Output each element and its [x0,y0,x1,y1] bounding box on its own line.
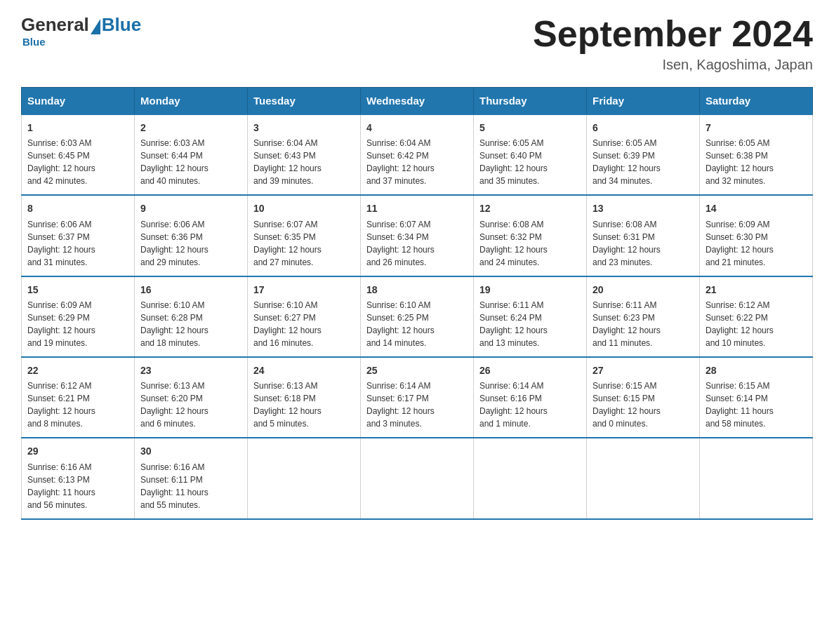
calendar-cell: 26 Sunrise: 6:14 AMSunset: 6:16 PMDaylig… [474,357,587,438]
day-info: Sunrise: 6:08 AMSunset: 6:31 PMDaylight:… [593,218,694,269]
day-info: Sunrise: 6:03 AMSunset: 6:44 PMDaylight:… [140,137,241,187]
day-number: 8 [27,201,128,215]
day-number: 27 [593,363,694,377]
col-header-saturday: Saturday [700,88,813,115]
day-info: Sunrise: 6:06 AMSunset: 6:36 PMDaylight:… [140,218,241,269]
calendar-cell: 1 Sunrise: 6:03 AMSunset: 6:45 PMDayligh… [22,114,135,195]
day-info: Sunrise: 6:15 AMSunset: 6:14 PMDaylight:… [706,380,807,430]
day-number: 20 [593,283,694,297]
calendar-cell: 7 Sunrise: 6:05 AMSunset: 6:38 PMDayligh… [700,114,813,195]
day-number: 29 [27,444,128,458]
day-info: Sunrise: 6:07 AMSunset: 6:35 PMDaylight:… [253,218,355,269]
calendar-cell: 3 Sunrise: 6:04 AMSunset: 6:43 PMDayligh… [248,114,361,195]
day-number: 6 [593,121,694,135]
calendar-cell: 22 Sunrise: 6:12 AMSunset: 6:21 PMDaylig… [22,357,135,438]
day-number: 13 [593,201,694,215]
day-info: Sunrise: 6:16 AMSunset: 6:11 PMDaylight:… [140,461,241,511]
week-row-1: 1 Sunrise: 6:03 AMSunset: 6:45 PMDayligh… [22,114,813,195]
calendar-cell: 8 Sunrise: 6:06 AMSunset: 6:37 PMDayligh… [22,195,135,276]
calendar-cell: 27 Sunrise: 6:15 AMSunset: 6:15 PMDaylig… [587,357,700,438]
day-number: 26 [479,363,581,377]
day-number: 25 [366,363,468,377]
calendar-cell: 24 Sunrise: 6:13 AMSunset: 6:18 PMDaylig… [248,357,361,438]
col-header-sunday: Sunday [22,88,135,115]
week-row-2: 8 Sunrise: 6:06 AMSunset: 6:37 PMDayligh… [22,195,813,276]
col-header-thursday: Thursday [474,88,587,115]
calendar-cell: 11 Sunrise: 6:07 AMSunset: 6:34 PMDaylig… [361,195,474,276]
logo-general-text: General [21,14,89,36]
day-info: Sunrise: 6:10 AMSunset: 6:27 PMDaylight:… [253,299,355,349]
week-row-4: 22 Sunrise: 6:12 AMSunset: 6:21 PMDaylig… [22,357,813,438]
day-info: Sunrise: 6:08 AMSunset: 6:32 PMDaylight:… [479,218,581,269]
day-number: 3 [253,121,355,135]
calendar-cell: 28 Sunrise: 6:15 AMSunset: 6:14 PMDaylig… [700,357,813,438]
calendar-cell: 19 Sunrise: 6:11 AMSunset: 6:24 PMDaylig… [474,276,587,357]
day-info: Sunrise: 6:11 AMSunset: 6:24 PMDaylight:… [479,299,581,349]
day-info: Sunrise: 6:05 AMSunset: 6:39 PMDaylight:… [593,137,694,187]
month-title: September 2024 [533,14,813,54]
calendar-cell: 20 Sunrise: 6:11 AMSunset: 6:23 PMDaylig… [587,276,700,357]
week-row-3: 15 Sunrise: 6:09 AMSunset: 6:29 PMDaylig… [22,276,813,357]
day-number: 10 [253,201,355,215]
calendar-cell: 13 Sunrise: 6:08 AMSunset: 6:31 PMDaylig… [587,195,700,276]
day-number: 22 [27,363,128,377]
title-area: September 2024 Isen, Kagoshima, Japan [533,14,813,73]
day-number: 7 [706,121,807,135]
day-info: Sunrise: 6:12 AMSunset: 6:21 PMDaylight:… [27,380,128,430]
page-header: General Blue Blue September 2024 Isen, K… [21,14,813,73]
day-info: Sunrise: 6:04 AMSunset: 6:43 PMDaylight:… [253,137,355,187]
day-info: Sunrise: 6:09 AMSunset: 6:30 PMDaylight:… [706,218,807,269]
day-info: Sunrise: 6:10 AMSunset: 6:25 PMDaylight:… [366,299,468,349]
calendar-cell: 14 Sunrise: 6:09 AMSunset: 6:30 PMDaylig… [700,195,813,276]
col-header-monday: Monday [135,88,248,115]
calendar-cell: 9 Sunrise: 6:06 AMSunset: 6:36 PMDayligh… [135,195,248,276]
day-number: 14 [706,201,807,215]
day-number: 24 [253,363,355,377]
day-info: Sunrise: 6:14 AMSunset: 6:17 PMDaylight:… [366,380,468,430]
logo-subtitle: Blue [22,36,141,48]
calendar-cell: 30 Sunrise: 6:16 AMSunset: 6:11 PMDaylig… [135,438,248,518]
location: Isen, Kagoshima, Japan [533,57,813,73]
day-info: Sunrise: 6:14 AMSunset: 6:16 PMDaylight:… [479,380,581,430]
day-info: Sunrise: 6:11 AMSunset: 6:23 PMDaylight:… [593,299,694,349]
day-number: 11 [366,201,468,215]
day-number: 28 [706,363,807,377]
day-number: 5 [479,121,581,135]
calendar-cell: 4 Sunrise: 6:04 AMSunset: 6:42 PMDayligh… [361,114,474,195]
calendar-cell [587,438,700,518]
calendar-cell: 25 Sunrise: 6:14 AMSunset: 6:17 PMDaylig… [361,357,474,438]
day-number: 12 [479,201,581,215]
day-number: 18 [366,283,468,297]
day-info: Sunrise: 6:05 AMSunset: 6:40 PMDaylight:… [479,137,581,187]
calendar-cell: 29 Sunrise: 6:16 AMSunset: 6:13 PMDaylig… [22,438,135,518]
calendar-cell: 5 Sunrise: 6:05 AMSunset: 6:40 PMDayligh… [474,114,587,195]
calendar-cell: 16 Sunrise: 6:10 AMSunset: 6:28 PMDaylig… [135,276,248,357]
col-header-wednesday: Wednesday [361,88,474,115]
calendar-cell: 17 Sunrise: 6:10 AMSunset: 6:27 PMDaylig… [248,276,361,357]
day-number: 2 [140,121,241,135]
calendar-cell [474,438,587,518]
calendar-cell: 23 Sunrise: 6:13 AMSunset: 6:20 PMDaylig… [135,357,248,438]
day-info: Sunrise: 6:10 AMSunset: 6:28 PMDaylight:… [140,299,241,349]
day-info: Sunrise: 6:16 AMSunset: 6:13 PMDaylight:… [27,461,128,511]
calendar-cell: 2 Sunrise: 6:03 AMSunset: 6:44 PMDayligh… [135,114,248,195]
day-number: 15 [27,283,128,297]
logo-triangle-icon [91,19,100,34]
week-row-5: 29 Sunrise: 6:16 AMSunset: 6:13 PMDaylig… [22,438,813,518]
calendar-cell [248,438,361,518]
calendar-cell [361,438,474,518]
day-number: 19 [479,283,581,297]
col-header-tuesday: Tuesday [248,88,361,115]
day-number: 1 [27,121,128,135]
day-number: 17 [253,283,355,297]
calendar-cell: 10 Sunrise: 6:07 AMSunset: 6:35 PMDaylig… [248,195,361,276]
calendar-cell: 18 Sunrise: 6:10 AMSunset: 6:25 PMDaylig… [361,276,474,357]
day-number: 4 [366,121,468,135]
logo: General Blue Blue [21,14,141,48]
day-info: Sunrise: 6:15 AMSunset: 6:15 PMDaylight:… [593,380,694,430]
day-info: Sunrise: 6:04 AMSunset: 6:42 PMDaylight:… [366,137,468,187]
day-info: Sunrise: 6:13 AMSunset: 6:18 PMDaylight:… [253,380,355,430]
calendar-cell: 21 Sunrise: 6:12 AMSunset: 6:22 PMDaylig… [700,276,813,357]
day-info: Sunrise: 6:09 AMSunset: 6:29 PMDaylight:… [27,299,128,349]
day-info: Sunrise: 6:13 AMSunset: 6:20 PMDaylight:… [140,380,241,430]
